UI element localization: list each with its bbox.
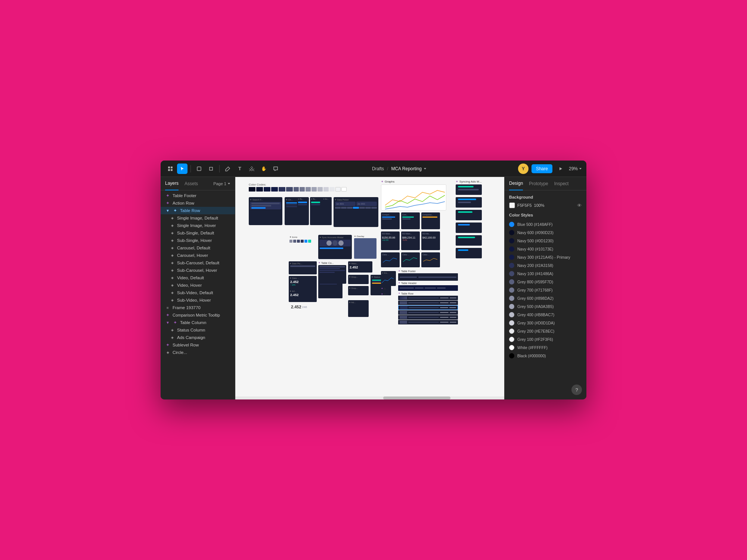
layer-item-table-footer[interactable]: ✦ Table Footer [161, 192, 235, 199]
color-swatches [249, 187, 347, 192]
cs-label-navy-300: Navy 300 (#121A45) - Primary [517, 255, 570, 259]
layer-item-sub-carousel-hover[interactable]: ◈ Sub-Carousel, Hover [165, 267, 235, 274]
color-swatch [249, 187, 255, 192]
frame-tool[interactable] [194, 164, 204, 174]
tab-inspect[interactable]: Inspect [554, 177, 569, 190]
canvas-scrollbar-thumb[interactable] [383, 396, 450, 399]
layer-item-circle[interactable]: ◈ Circle... [161, 349, 235, 356]
color-style-grey-500[interactable]: Grey 500 (#A0A3B5) [509, 302, 582, 311]
bg-color-swatch[interactable] [509, 202, 515, 208]
color-style-grey-200[interactable]: Grey 200 (#E7E8EC) [509, 327, 582, 335]
layer-item-sub-single-hover[interactable]: ◈ Sub-Single, Hover [165, 237, 235, 244]
bg-opacity-value: 100% [534, 203, 545, 208]
color-swatch [335, 187, 341, 192]
layer-item-sub-video-hover[interactable]: ◈ Sub-Video, Hover [165, 296, 235, 304]
layer-item-sub-carousel-default[interactable]: ◈ Sub-Carousel, Default [165, 259, 235, 267]
color-style-navy-300[interactable]: Navy 300 (#121A45) - Primary [509, 253, 582, 261]
toolbar-divider [190, 165, 191, 172]
canvas-table-footer [398, 273, 458, 281]
shape-tool[interactable] [206, 164, 216, 174]
layer-item-sub-video-default[interactable]: ◈ Sub-Video, Default [165, 289, 235, 296]
layer-item-video-default[interactable]: ◈ Video, Default [165, 274, 235, 281]
layer-item-comparison-metric-tooltip[interactable]: ✦ Comparison Metric Tooltip [161, 311, 235, 319]
color-style-white[interactable]: White (#FFFFFF) [509, 343, 582, 352]
canvas-roi-row: ROI Metri... $150,55.86 +12.3% ROI Metri… [381, 231, 440, 250]
comment-tool[interactable] [270, 164, 281, 174]
canvas-table-row-label: ✦ Table Row [398, 292, 413, 295]
layer-item-table-row[interactable]: ▾ ✦ Table Row [161, 207, 235, 214]
circle-icon: ◈ [170, 290, 175, 295]
tab-design[interactable]: Design [509, 177, 523, 190]
color-style-blue-500[interactable]: Blue 500 (#148AFF) [509, 220, 582, 228]
component-tool[interactable] [247, 164, 257, 174]
canvas-table-header-label: ✦ Table Header [398, 281, 417, 284]
toolbar-divider-2 [219, 165, 220, 172]
layer-item-single-image-default[interactable]: ◈ Single Image, Default [165, 214, 235, 222]
circle-icon: ◈ [170, 283, 175, 288]
color-style-navy-500[interactable]: Navy 500 (#0D1230) [509, 237, 582, 245]
layer-item-carousel-default[interactable]: ◈ Carousel, Default [165, 244, 235, 252]
breadcrumb-drafts[interactable]: Drafts [372, 166, 384, 171]
color-style-black[interactable]: Black (#000000) [509, 352, 582, 360]
color-style-grey-600[interactable]: Grey 600 (#898DA2) [509, 294, 582, 302]
hand-tool[interactable]: ✋ [258, 164, 269, 174]
color-swatch [264, 187, 270, 192]
layer-item-status-column[interactable]: ◈ Status Column [165, 326, 235, 334]
component-icon: ✦ [165, 200, 170, 206]
color-style-grey-100[interactable]: Grey 100 (#F2F3F6) [509, 335, 582, 343]
layer-item-sublevel-row[interactable]: ✦ Sublevel Row [161, 341, 235, 349]
canvas[interactable]: Color Codes: [235, 177, 504, 399]
canvas-metric-small: ✦ Metri... 2.452 [348, 261, 372, 273]
color-style-navy-600[interactable]: Navy 600 (#090D23) [509, 228, 582, 237]
circle-icon: ◈ [170, 238, 175, 243]
play-button[interactable] [555, 164, 566, 174]
layer-item-single-image-hover[interactable]: ◈ Single Image, Hover [165, 222, 235, 229]
grid-tool[interactable] [165, 164, 176, 174]
color-style-navy-400[interactable]: Navy 400 (#10173E) [509, 245, 582, 253]
canvas-sync-6 [456, 248, 482, 258]
user-avatar[interactable]: Y [518, 164, 529, 174]
layer-item-video-hover[interactable]: ◈ Video, Hover [165, 281, 235, 289]
layer-item-carousel-hover[interactable]: ◈ Carousel, Hover [165, 252, 235, 259]
canvas-icons-section: ✦ Icons [289, 235, 317, 259]
color-swatch [294, 187, 299, 192]
share-button[interactable]: Share [531, 164, 552, 173]
color-style-grey-400[interactable]: Grey 400 (#B8BAC7) [509, 311, 582, 319]
tab-layers[interactable]: Layers [165, 177, 179, 190]
help-button[interactable]: ? [571, 385, 582, 395]
layer-item-table-column[interactable]: ▾ ✦ Table Column [161, 319, 235, 326]
cs-swatch-navy-500 [509, 238, 514, 243]
canvas-overlay-section: ✦ Overlay [354, 235, 376, 259]
cs-swatch-grey-800 [509, 279, 514, 284]
color-style-grey-800[interactable]: Grey 800 (#595F7D) [509, 278, 582, 286]
tab-prototype[interactable]: Prototype [529, 177, 548, 190]
circle-icon: ◈ [170, 327, 175, 333]
visibility-toggle[interactable]: 👁 [577, 203, 582, 208]
layer-item-action-row[interactable]: ✦ Action Row [161, 199, 235, 207]
breadcrumb-file[interactable]: MCA Reporting [391, 166, 427, 171]
color-style-navy-100[interactable]: Navy 100 (#41486A) [509, 270, 582, 278]
pen-tool[interactable] [223, 164, 233, 174]
right-panel: Design Prototype Inspect Background F5F5… [504, 177, 586, 399]
zoom-indicator[interactable]: 29% [569, 166, 582, 171]
layer-item-frame-193770[interactable]: ≡ Frame 193770 [161, 304, 235, 311]
background-section-title: Background [509, 195, 582, 199]
cursor-tool[interactable] [177, 164, 187, 174]
color-style-grey-700[interactable]: Grey 700 (#71768F) [509, 286, 582, 294]
color-swatch [306, 187, 311, 192]
color-style-grey-300[interactable]: Grey 300 (#D0D1DA) [509, 319, 582, 327]
tab-assets[interactable]: Assets [185, 177, 198, 190]
page-indicator[interactable]: Page 1 [213, 181, 230, 186]
cs-swatch-grey-200 [509, 329, 514, 334]
circle-icon: ◈ [170, 268, 175, 273]
layer-item-sub-single-default[interactable]: ◈ Sub-Single, Default [165, 229, 235, 237]
cs-label-grey-500: Grey 500 (#A0A3B5) [517, 304, 554, 309]
canvas-inf: ✦ Inf... 2.452 [289, 289, 317, 302]
cs-swatch-blue-500 [509, 222, 514, 227]
color-swatch [311, 187, 317, 192]
canvas-scrollbar[interactable] [235, 396, 504, 399]
cs-label-navy-200: Navy 200 (#2A3158) [517, 263, 553, 268]
color-style-navy-200[interactable]: Navy 200 (#2A3158) [509, 261, 582, 270]
text-tool[interactable]: T [235, 164, 245, 174]
layer-item-ads-campaign[interactable]: ◈ Ads Campaign [165, 334, 235, 341]
